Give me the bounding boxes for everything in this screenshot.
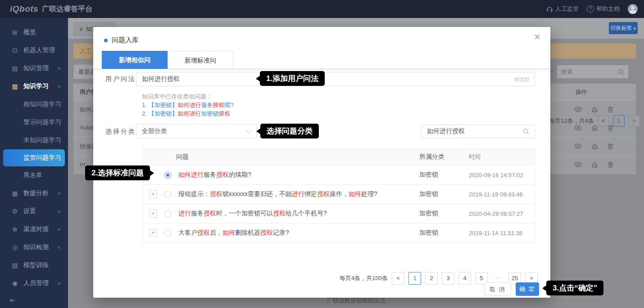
app-window: iQbots 广联达睿答平台 人工监管 ? 帮助文档 ⊞概览⊡机器人管理▤知识管… xyxy=(0,0,644,308)
chevron-icon: ∨ xyxy=(57,209,61,214)
similar-questions: 1. 【加密锁】如何进行服务授权呢?2. 【加密锁】如何进行加密锁授权 xyxy=(142,101,234,118)
question-text: 如何进行服务授权的续期? xyxy=(178,171,251,179)
radio-button[interactable] xyxy=(164,191,171,198)
sidebar-item-label: 渠道对接 xyxy=(23,225,58,233)
modal-search-input[interactable]: 如何进行授权 xyxy=(421,125,535,138)
divider: | xyxy=(586,143,587,149)
tab-add-similar-question[interactable]: 新增相似问 xyxy=(102,51,168,69)
question-text-segment: 绑定 xyxy=(304,190,317,197)
search-icon xyxy=(523,128,529,134)
sidebar-item-label: 相似问题学习 xyxy=(23,100,68,108)
sidebar-item-4[interactable]: 相似问题学习 xyxy=(0,95,68,113)
chevron-icon: ∨ xyxy=(57,191,61,196)
question-cell: +进行服务授权时，一个加密锁可以授权给几个手机号? xyxy=(144,210,419,218)
sidebar-item-10[interactable]: ⚙设置∨ xyxy=(0,202,68,220)
sidebar-item-9[interactable]: ▦数据分析∨ xyxy=(0,184,68,202)
expand-button[interactable]: + xyxy=(149,190,157,198)
background-col-action: 操作 xyxy=(576,88,587,96)
question-text-segment: 如何进行 xyxy=(177,110,201,117)
question-text-segment: 授权 xyxy=(273,210,286,217)
question-text: 大客户授权后，如何删除机器授权记录? xyxy=(178,229,289,237)
question-text-segment: 授权 xyxy=(213,102,224,108)
settings-icon: ⚙ xyxy=(11,208,19,215)
divider: | xyxy=(602,161,603,168)
restore-icon xyxy=(591,106,598,113)
app-brand-title: 广联达睿答平台 xyxy=(42,4,92,14)
similar-question-link-1[interactable]: 1. 【加密锁】如何进行服务授权呢? xyxy=(142,101,234,109)
question-text-segment: 如何 xyxy=(349,190,361,197)
table-row-4: +大客户授权后，如何删除机器授权记录?加密锁2019-11-14 11:31:3… xyxy=(144,223,535,242)
standard-question-table: 问题 所属分类 时间 如何进行服务授权的续期?加密锁2020-09-16 14:… xyxy=(143,148,535,243)
category-label: 选择分类 xyxy=(105,128,136,136)
page-button-1[interactable]: 1 xyxy=(408,272,421,285)
question-text-segment: 时，一个加密锁可以 xyxy=(216,210,273,217)
expand-slot: + xyxy=(148,210,158,218)
similar-question-link-2[interactable]: 2. 【加密锁】如何进行加密锁授权 xyxy=(142,109,234,118)
chevron-icon: ∨ xyxy=(57,66,61,71)
sidebar-item-label: 概览 xyxy=(23,28,68,36)
modal-search-value: 如何进行授权 xyxy=(427,127,465,135)
sidebar-item-label: 人员管理 xyxy=(23,279,58,287)
sidebar-menu: ⊞概览⊡机器人管理▤知识管理∨▥知识学习∧相似问题学习警示问题学习未知问题学习监… xyxy=(0,23,68,292)
background-row-actions: || xyxy=(574,137,613,155)
expand-button[interactable]: + xyxy=(149,229,157,237)
question-text-segment: 进行 xyxy=(292,190,304,197)
prev-page-button[interactable]: < xyxy=(392,272,404,285)
callout-arrow-icon xyxy=(150,170,154,176)
delete-icon xyxy=(608,161,613,168)
prev-page-button: < xyxy=(598,115,609,127)
tab-add-standard-question[interactable]: 新增标准问 xyxy=(168,51,233,69)
sidebar-item-14[interactable]: ◉人员管理∨ xyxy=(0,274,68,292)
sidebar-item-13[interactable]: ▧模型训练 xyxy=(0,256,68,274)
collapse-sidebar-icon[interactable]: ⇤ xyxy=(10,296,16,304)
callout-arrow-icon xyxy=(256,76,260,82)
radio-button[interactable] xyxy=(164,210,171,217)
close-icon[interactable]: × xyxy=(534,31,540,42)
question-text-segment: 报错提示： xyxy=(178,190,210,197)
view-icon xyxy=(574,107,582,112)
sidebar-item-label: 机器人管理 xyxy=(23,46,68,54)
restore-icon xyxy=(591,161,598,168)
sidebar-item-2[interactable]: ▤知识管理∨ xyxy=(0,59,68,77)
radio-button[interactable] xyxy=(164,230,171,237)
page-button-4[interactable]: 4 xyxy=(458,272,471,285)
question-text-segment: 1. 【加密锁】 xyxy=(142,102,177,108)
page-button-1: 1 xyxy=(613,115,625,127)
cancel-button[interactable]: 取 消 xyxy=(484,282,511,296)
delete-icon xyxy=(608,106,613,113)
confirm-button[interactable]: 确 定 xyxy=(516,282,539,296)
sidebar-item-8[interactable]: 黑名单 xyxy=(0,166,68,184)
table-row-2: +报错提示：授权锁xxxxxx需要归还，不能进行绑定授权操作，如何处理?加密锁2… xyxy=(144,185,535,204)
sidebar-item-6[interactable]: 未知问题学习 xyxy=(0,131,68,149)
radio-button[interactable] xyxy=(164,172,171,179)
divider: | xyxy=(602,106,603,112)
question-table-body: 如何进行服务授权的续期?加密锁2020-09-16 14:57:02+报错提示：… xyxy=(144,165,535,242)
sidebar-item-11[interactable]: ⊕渠道对接∨ xyxy=(0,220,68,238)
sidebar-item-12[interactable]: ◎知识检测∨ xyxy=(0,238,68,256)
divider: | xyxy=(602,143,603,149)
user-avatar[interactable] xyxy=(628,4,638,14)
sidebar-item-0[interactable]: ⊞概览 xyxy=(0,23,68,41)
question-text-segment: 的续期? xyxy=(229,171,251,178)
page-button-2[interactable]: 2 xyxy=(425,272,438,285)
question-text-segment: 记录? xyxy=(273,229,289,236)
question-text: 进行服务授权时，一个加密锁可以授权给几个手机号? xyxy=(178,210,327,218)
table-header-row: 问题 所属分类 时间 xyxy=(144,149,535,165)
restore-icon xyxy=(591,143,598,150)
question-phrase-input[interactable]: 如何进行授权 6/200 xyxy=(136,72,535,86)
help-doc-link[interactable]: ? 帮助文档 xyxy=(587,5,620,13)
sidebar-item-1[interactable]: ⊡机器人管理 xyxy=(0,41,68,59)
sidebar-item-5[interactable]: 警示问题学习 xyxy=(0,113,68,131)
category-select[interactable]: 全部分类 xyxy=(136,124,257,138)
sidebar-item-7[interactable]: 监管问题学习 xyxy=(3,149,65,166)
search-icon xyxy=(618,69,624,75)
question-phrase-value: 如何进行授权 xyxy=(142,75,180,83)
background-pagination: 每页12条，共4条 <1> xyxy=(549,115,640,127)
sidebar-item-3[interactable]: ▥知识学习∧ xyxy=(0,77,68,95)
col-time: 时间 xyxy=(469,153,535,161)
time-cell: 2019-11-19 09:43:46 xyxy=(469,191,535,198)
expand-slot: + xyxy=(148,229,158,237)
manual-supervision-link[interactable]: 人工监管 xyxy=(546,5,579,13)
expand-button[interactable]: + xyxy=(149,210,157,218)
page-button-3[interactable]: 3 xyxy=(442,272,454,285)
